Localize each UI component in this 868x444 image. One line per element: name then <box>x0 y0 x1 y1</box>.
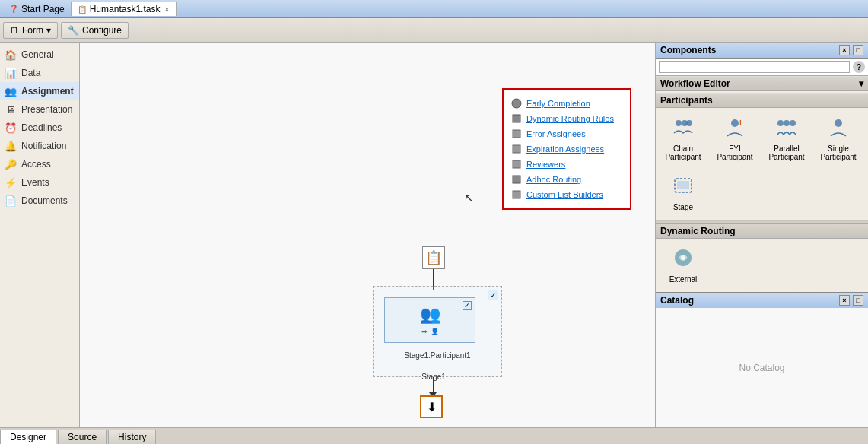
sidebar-item-events[interactable]: ⚡ Events <box>0 173 79 192</box>
assignment-icon: 👥 <box>5 85 17 97</box>
expiration-assignees-link[interactable]: Expiration Assignees <box>526 144 604 154</box>
search-bar: ? <box>656 59 868 76</box>
workflow-editor-collapse[interactable]: ▾ <box>859 78 863 89</box>
documents-label: Documents <box>21 195 68 206</box>
catalog-maximize-button[interactable]: □ <box>853 295 863 306</box>
stage-item[interactable]: Stage <box>660 171 706 215</box>
popup-error-assignees[interactable]: Error Assignees <box>508 126 625 141</box>
participants-content: ChainParticipant i FYIParticipant <box>656 108 868 220</box>
early-completion-link[interactable]: Early Completion <box>526 99 590 108</box>
canvas-area[interactable]: Early Completion Dynamic Routing Rules E… <box>80 43 655 427</box>
configure-button[interactable]: 🔧 Configure <box>61 22 129 39</box>
svg-point-0 <box>512 99 521 108</box>
workflow-editor-label: Workflow Editor <box>660 78 730 89</box>
main-layout: 🏠 General 📊 Data 👥 Assignment 🖥 Presenta… <box>0 43 868 427</box>
stage-checkbox[interactable]: ✓ <box>488 290 498 300</box>
catalog-panel: Catalog × □ No Catalog <box>656 292 868 427</box>
participant-box[interactable]: ✓ 👥 ➡ 👤 <box>384 297 475 343</box>
sidebar-item-presentation[interactable]: 🖥 Presentation <box>0 100 79 119</box>
single-participant-label: SingleParticipant <box>820 144 856 161</box>
notification-label: Notification <box>21 141 66 151</box>
custom-list-builders-link[interactable]: Custom List Builders <box>526 190 603 199</box>
popup-reviewers[interactable]: Reviewers <box>508 157 625 172</box>
single-participant-item[interactable]: SingleParticipant <box>816 113 861 165</box>
sidebar-item-general[interactable]: 🏠 General <box>0 46 79 64</box>
svg-rect-17 <box>677 181 689 189</box>
popup-expiration-assignees[interactable]: Expiration Assignees <box>508 141 625 157</box>
svg-point-13 <box>784 120 790 126</box>
history-tab[interactable]: History <box>108 430 156 444</box>
participant-checkbox[interactable]: ✓ <box>463 301 472 310</box>
assignment-label: Assignment <box>21 86 74 97</box>
source-tab-label: Source <box>68 432 97 442</box>
configure-icon: 🔧 <box>68 25 79 36</box>
form-dropdown-icon: ▾ <box>46 25 51 36</box>
dynamic-routing-label: Dynamic Routing <box>660 226 736 236</box>
svg-rect-4 <box>513 160 520 168</box>
parallel-participant-label: ParallelParticipant <box>768 144 804 161</box>
popup-early-completion[interactable]: Early Completion <box>508 96 625 111</box>
parallel-participant-icon <box>776 116 797 142</box>
task-tab-close[interactable]: × <box>163 5 170 14</box>
general-icon: 🏠 <box>5 49 17 61</box>
task-tab[interactable]: 📋 Humantask1.task × <box>71 2 178 16</box>
data-icon: 📊 <box>5 67 17 79</box>
catalog-header-buttons: × □ <box>839 295 863 306</box>
external-item[interactable]: External <box>660 243 706 287</box>
form-label: Form <box>22 25 43 36</box>
start-node-icon: 📋 <box>422 246 445 269</box>
popup-adhoc-routing[interactable]: Adhoc Routing <box>508 172 625 187</box>
svg-point-7 <box>676 120 682 126</box>
stage-box[interactable]: ✓ ✓ 👥 ➡ 👤 Stage1.Participant1 <box>373 286 502 377</box>
left-sidebar: 🏠 General 📊 Data 👥 Assignment 🖥 Presenta… <box>0 43 80 427</box>
catalog-empty-text: No Catalog <box>739 363 784 373</box>
dynamic-routing-link[interactable]: Dynamic Routing Rules <box>526 114 614 123</box>
start-page-icon: ❓ <box>9 5 18 13</box>
data-label: Data <box>21 68 40 78</box>
chain-participant-item[interactable]: ChainParticipant <box>660 113 706 165</box>
single-participant-icon <box>828 116 849 142</box>
toolbar: 🗒 Form ▾ 🔧 Configure <box>0 18 868 43</box>
help-button[interactable]: ? <box>853 61 865 73</box>
components-maximize-button[interactable]: □ <box>853 45 863 56</box>
svg-point-10 <box>731 119 739 127</box>
external-label: External <box>669 275 698 284</box>
reviewers-link[interactable]: Reviewers <box>526 160 565 169</box>
sidebar-item-data[interactable]: 📊 Data <box>0 64 79 82</box>
participants-section-header: Participants <box>656 93 868 108</box>
fyi-participant-label: FYIParticipant <box>717 144 752 161</box>
catalog-close-button[interactable]: × <box>839 295 850 306</box>
error-assignees-link[interactable]: Error Assignees <box>526 129 586 138</box>
form-button[interactable]: 🗒 Form ▾ <box>3 22 58 39</box>
search-input[interactable] <box>659 61 850 73</box>
components-title: Components <box>660 45 716 56</box>
catalog-header: Catalog × □ <box>656 293 868 308</box>
notification-icon: 🔔 <box>5 140 17 152</box>
form-icon: 🗒 <box>10 25 19 36</box>
sidebar-item-assignment[interactable]: 👥 Assignment <box>0 82 79 100</box>
task-tab-icon: 📋 <box>78 5 87 14</box>
parallel-participant-item[interactable]: ParallelParticipant <box>764 113 809 165</box>
adhoc-routing-icon <box>511 174 522 185</box>
popup-menu: Early Completion Dynamic Routing Rules E… <box>502 88 631 210</box>
sidebar-item-documents[interactable]: 📄 Documents <box>0 192 79 210</box>
components-close-button[interactable]: × <box>839 45 850 56</box>
sidebar-item-deadlines[interactable]: ⏰ Deadlines <box>0 119 79 137</box>
chain-participant-label: ChainParticipant <box>665 144 701 161</box>
workflow-editor-header: Workflow Editor ▾ <box>656 76 868 91</box>
events-icon: ⚡ <box>5 176 17 189</box>
designer-tab[interactable]: Designer <box>0 430 56 444</box>
fyi-participant-item[interactable]: i FYIParticipant <box>712 113 758 165</box>
popup-dynamic-routing[interactable]: Dynamic Routing Rules <box>508 111 625 126</box>
dynamic-routing-header: Dynamic Routing <box>656 224 868 239</box>
source-tab[interactable]: Source <box>58 430 107 444</box>
right-panel: Components × □ ? Workflow Editor ▾ Parti… <box>655 43 868 427</box>
mouse-cursor: ↖ <box>464 191 474 205</box>
start-node: 📋 <box>422 246 445 269</box>
popup-custom-list-builders[interactable]: Custom List Builders <box>508 187 625 202</box>
sidebar-item-access[interactable]: 🔑 Access <box>0 155 79 173</box>
start-page-tab[interactable]: ❓ Start Page <box>3 2 71 16</box>
access-icon: 🔑 <box>5 158 17 170</box>
sidebar-item-notification[interactable]: 🔔 Notification <box>0 137 79 155</box>
adhoc-routing-link[interactable]: Adhoc Routing <box>526 175 581 184</box>
